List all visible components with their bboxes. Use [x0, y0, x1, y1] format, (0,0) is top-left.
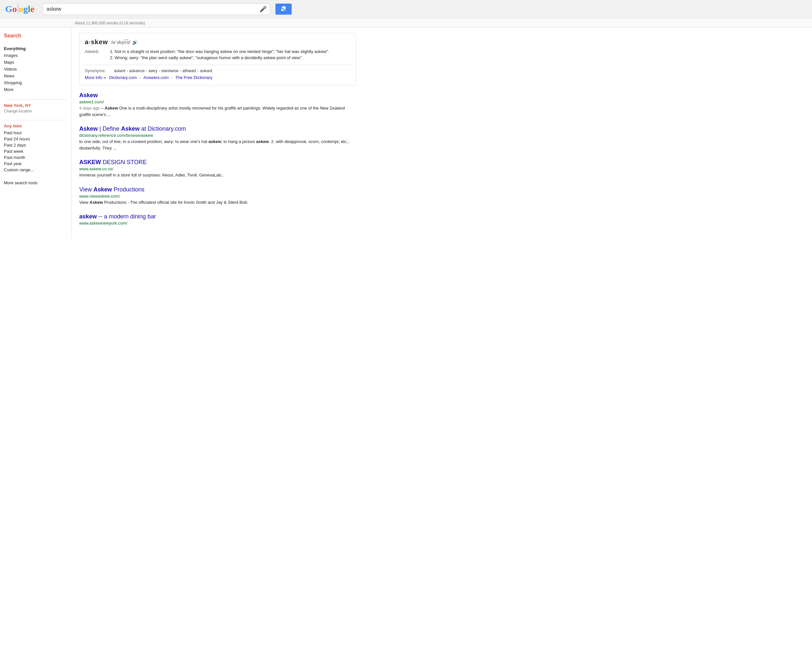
result-5-title[interactable]: askew -- a modern dining bar [79, 213, 356, 220]
header: G o o g l e 🎤 [0, 0, 812, 18]
sidebar-item-shopping[interactable]: Shopping [4, 79, 67, 86]
dict-definitions: Not in a straight or level position: "th… [114, 49, 329, 61]
result-2-url: dictionary.reference.com/browse/askew [79, 133, 356, 138]
sidebar-search-label: Search [4, 33, 67, 39]
dict-word: a·skew [85, 38, 108, 46]
sidebar-location-label: New York, NY [4, 103, 67, 108]
result-4: View Askew Productions www.viewaskew.com… [79, 186, 356, 206]
result-1: Askew askew1.com/ 4 days ago – Askew One… [79, 92, 356, 118]
content-area: a·skew /əˈskyo͞o/ 🔊 Adverb: Not in a str… [72, 28, 364, 239]
result-3-url: www.askew.co.nz/ [79, 167, 356, 171]
sub-header: About 11,900,000 results (0.18 seconds) [0, 18, 812, 28]
dict-definition-row: Adverb: Not in a straight or level posit… [85, 49, 351, 61]
dict-source-dictionary[interactable]: Dictionary.com [109, 75, 137, 80]
dict-source-links: Dictionary.com - Answers.com - The Free … [109, 75, 212, 80]
logo-o2: o [19, 4, 23, 14]
sidebar-search-heading: Search [4, 33, 21, 38]
result-3-snippet: Immerse yourself in a store full of surp… [79, 172, 356, 179]
dict-def-2: Wrong; awry: "the plan went sadly askew"… [114, 55, 329, 60]
sidebar-time-label: Any time [4, 124, 67, 128]
result-1-title[interactable]: Askew [79, 92, 356, 99]
sidebar-item-images[interactable]: Images [4, 52, 67, 59]
dict-source-sep-2: - [171, 75, 172, 80]
dict-audio-icon[interactable]: 🔊 [132, 40, 138, 45]
sidebar-time-past-2days[interactable]: Past 2 days [4, 142, 67, 148]
sidebar-item-news[interactable]: News [4, 72, 67, 79]
result-5: askew -- a modern dining bar www.askewne… [79, 213, 356, 226]
dict-pos: Adverb: [85, 49, 111, 61]
result-3: ASKEW DESIGN STORE www.askew.co.nz/ Imme… [79, 159, 356, 179]
result-4-title[interactable]: View Askew Productions [79, 186, 356, 193]
dict-synonyms-row: Synonyms: aslant - askance - awry - slan… [85, 68, 351, 73]
results-count: About 11,900,000 results (0.18 seconds) [75, 21, 145, 25]
dict-word-line: a·skew /əˈskyo͞o/ 🔊 [85, 38, 351, 46]
sidebar-nav: Everything Images Maps Videos News Shopp… [4, 45, 67, 93]
dict-source-freedict[interactable]: The Free Dictionary [176, 75, 212, 80]
sidebar-time-custom-range[interactable]: Custom range... [4, 167, 67, 173]
dict-synonyms-value: aslant - askance - awry - slantwise - at… [114, 68, 212, 73]
search-button[interactable] [275, 3, 292, 15]
dict-more-info-link[interactable]: More info » [85, 75, 106, 80]
sidebar-change-location[interactable]: Change location [4, 109, 32, 113]
logo-l: l [28, 4, 31, 14]
logo-g: G [5, 4, 12, 14]
sidebar: Search Everything Images Maps Videos New… [0, 28, 72, 239]
logo-g2: g [23, 4, 28, 14]
result-1-snippet: 4 days ago – Askew One is a multi-discip… [79, 105, 356, 118]
result-1-date: 4 days ago [79, 106, 100, 110]
search-bar: 🎤 [43, 3, 270, 15]
main-layout: Search Everything Images Maps Videos New… [0, 28, 812, 239]
sidebar-time-past-hour[interactable]: Past hour [4, 130, 67, 136]
result-2-snippet: to one side; out of line; in a crooked p… [79, 138, 356, 151]
result-4-snippet: View Askew Productions - The officialest… [79, 199, 356, 206]
sidebar-time: Any time Past hour Past 24 hours Past 2 … [4, 124, 67, 173]
logo-divider [18, 5, 18, 14]
sidebar-item-everything[interactable]: Everything [4, 45, 67, 52]
dictionary-box: a·skew /əˈskyo͞o/ 🔊 Adverb: Not in a str… [79, 33, 356, 86]
sidebar-time-past-24h[interactable]: Past 24 hours [4, 136, 67, 142]
dict-pronunciation: /əˈskyo͞o/ [111, 40, 131, 45]
sidebar-divider-2 [4, 120, 67, 120]
sidebar-divider-1 [4, 99, 67, 100]
sidebar-item-videos[interactable]: Videos [4, 66, 67, 72]
dict-synonyms-label: Synonyms: [85, 68, 111, 73]
dict-more-row: More info » Dictionary.com - Answers.com… [85, 75, 351, 80]
search-icon [281, 6, 287, 12]
sidebar-item-maps[interactable]: Maps [4, 59, 67, 66]
microphone-icon[interactable]: 🎤 [259, 6, 267, 13]
result-5-url: www.askewnewyork.com/ [79, 221, 356, 226]
sidebar-time-past-month[interactable]: Past month [4, 154, 67, 161]
google-logo: G o o g l e [5, 4, 38, 14]
result-2-title[interactable]: Askew | Define Askew at Dictionary.com [79, 125, 356, 132]
sidebar-time-past-year[interactable]: Past year [4, 161, 67, 167]
dict-source-sep-1: - [139, 75, 140, 80]
result-4-url: www.viewaskew.com/ [79, 194, 356, 199]
search-input[interactable] [46, 6, 257, 12]
result-1-url: askew1.com/ [79, 99, 356, 104]
logo-e: e [31, 4, 34, 14]
logo-o1: o [12, 4, 17, 14]
dict-def-1: Not in a straight or level position: "th… [114, 49, 329, 54]
sidebar-time-past-week[interactable]: Past week [4, 148, 67, 154]
result-2: Askew | Define Askew at Dictionary.com d… [79, 125, 356, 151]
result-3-title[interactable]: ASKEW DESIGN STORE [79, 159, 356, 166]
dict-source-answers[interactable]: Answers.com [143, 75, 169, 80]
sidebar-item-more[interactable]: More [4, 86, 67, 93]
sidebar-location: New York, NY Change location [4, 103, 67, 113]
sidebar-more-search-tools[interactable]: More search tools [4, 179, 67, 186]
result-1-title-bold: Askew [79, 92, 98, 98]
